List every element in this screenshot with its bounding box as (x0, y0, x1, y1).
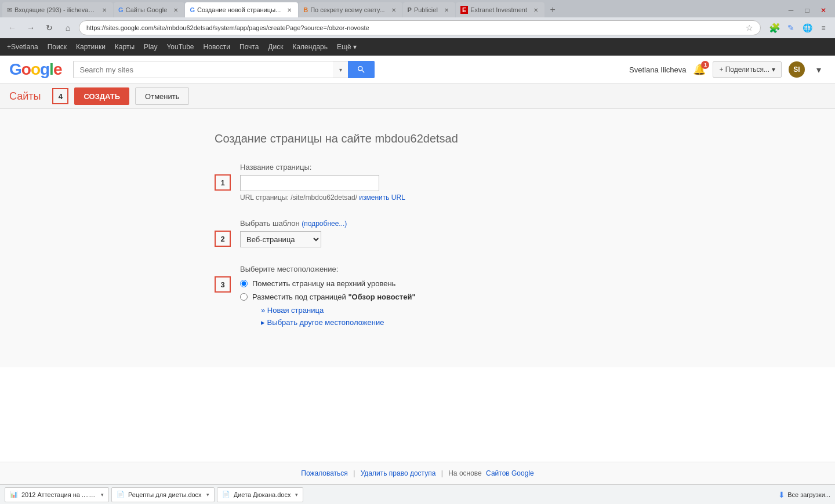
home-button[interactable]: ⌂ (60, 20, 75, 35)
chrome-menu-button[interactable]: ✎ (784, 21, 798, 35)
google-logo[interactable]: Google (9, 60, 61, 79)
form-title: Создание страницы на сайте mbdou62detsad (215, 132, 620, 145)
download-item-2[interactable]: 📄 Рецепты для диеты.docx ▾ (111, 487, 215, 502)
download-chevron-1[interactable]: ▾ (101, 492, 104, 498)
notification-button[interactable]: 🔔 1 (693, 63, 706, 76)
nav-drive[interactable]: Диск (268, 43, 283, 51)
download-item-1[interactable]: 📊 2012 Аттестация на ....xlsx ▾ (5, 487, 109, 502)
address-text: https://sites.google.com/site/mbdou62det… (86, 24, 743, 31)
new-page-link[interactable]: » Новая страница (261, 306, 620, 315)
page-form: Создание страницы на сайте mbdou62detsad… (215, 132, 620, 344)
nav-calendar[interactable]: Календарь (292, 43, 328, 51)
tab-create-page[interactable]: G Создание новой страницы... ✕ (185, 2, 298, 17)
template-select[interactable]: Веб-страница Объявления Файлы Список (240, 231, 321, 247)
reload-button[interactable]: ↻ (42, 20, 57, 35)
extensions-button[interactable]: 🧩 (768, 21, 782, 35)
complaint-link[interactable]: Пожаловаться (301, 469, 348, 477)
page-name-label: Название страницы: (240, 163, 620, 171)
tab-blog[interactable]: B По секрету всему свету... ✕ (299, 2, 402, 17)
share-chevron: ▾ (772, 65, 775, 74)
download-chevron-3[interactable]: ▾ (295, 492, 298, 498)
header-more-button[interactable]: ▾ (812, 63, 826, 76)
tab-close-icon[interactable]: ✕ (285, 6, 293, 14)
create-button[interactable]: СОЗДАТЬ (74, 87, 129, 105)
choose-location-link[interactable]: ▸ Выбрать другое местоположение (261, 318, 620, 327)
share-button[interactable]: + Поделиться... ▾ (713, 61, 782, 78)
sites-toolbar: Сайты 4 СОЗДАТЬ Отменить (0, 84, 835, 109)
tab-label: Publiciel (414, 6, 438, 13)
docx-icon-2: 📄 (222, 491, 230, 499)
download-arrow-icon: ⬇ (778, 490, 785, 499)
nav-user[interactable]: +Svetlana (7, 43, 38, 51)
form-row-name: 1 Название страницы: URL страницы: /site… (215, 163, 620, 202)
location-option-under[interactable]: Разместить под страницей "Обзор новостей… (240, 293, 620, 301)
close-window-button[interactable]: ✕ (816, 3, 830, 17)
page-name-input[interactable] (240, 175, 379, 191)
template-more-link[interactable]: (подробнее...) (302, 220, 347, 228)
cancel-button[interactable]: Отменить (135, 87, 189, 105)
minimize-button[interactable]: ─ (784, 3, 798, 17)
back-button[interactable]: ← (5, 20, 20, 35)
form-row-template: 2 Выбрать шаблон (подробнее...) Веб-стра… (215, 219, 620, 247)
new-tab-button[interactable]: + (545, 2, 560, 17)
location-label: Выберите местоположение: (240, 265, 620, 273)
template-label: Выбрать шаблон (подробнее...) (240, 219, 620, 228)
all-downloads-link[interactable]: ⬇ Все загрузки... (778, 490, 830, 499)
location-page-name: "Обзор новостей" (348, 293, 415, 301)
nav-mail[interactable]: Почта (239, 43, 259, 51)
url-line: URL страницы: /site/mbdou62detsad/ измен… (240, 193, 620, 202)
user-profile-button[interactable]: 🌐 (800, 21, 814, 35)
nav-news[interactable]: Новости (204, 43, 230, 51)
maximize-button[interactable]: □ (800, 3, 814, 17)
all-downloads-label: Все загрузки... (787, 491, 830, 498)
forward-button[interactable]: → (23, 20, 38, 35)
nav-maps[interactable]: Карты (115, 43, 135, 51)
download-label-1: 2012 Аттестация на ....xlsx (21, 491, 96, 498)
tab-label: Создание новой страницы... (197, 6, 281, 13)
nav-more[interactable]: Ещё ▾ (337, 43, 357, 51)
tab-gmail[interactable]: ✉ Входящие (293) - ilicheva6... ✕ (2, 2, 113, 17)
nav-play[interactable]: Play (144, 43, 157, 51)
access-link[interactable]: Удалить право доступа (361, 469, 436, 477)
bookmark-icon[interactable]: ☆ (746, 23, 753, 32)
location-option-top[interactable]: Поместить страницу на верхний уровень (240, 279, 620, 288)
tab-label: Extranet Investment (470, 6, 527, 13)
tab-close-icon[interactable]: ✕ (442, 6, 451, 14)
tab-close-icon[interactable]: ✕ (532, 6, 540, 14)
excel-icon: 📊 (10, 491, 18, 499)
page-footer: Пожаловаться | Удалить право доступа | Н… (0, 462, 835, 484)
template-label-text: Выбрать шаблон (240, 219, 300, 228)
tab-label: Входящие (293) - ilicheva6... (14, 6, 96, 13)
avatar[interactable]: SI (789, 61, 805, 78)
sites-google-link[interactable]: Сайтов Google (486, 469, 534, 477)
download-item-3[interactable]: 📄 Диета Дюкана.docx ▾ (217, 487, 304, 502)
tab-close-icon[interactable]: ✕ (390, 6, 398, 14)
tab-close-icon[interactable]: ✕ (100, 6, 108, 14)
search-dropdown-button[interactable]: ▾ (333, 61, 348, 78)
search-input[interactable] (73, 61, 333, 78)
url-prefix: URL страницы: /site/mbdou62detsad/ (240, 193, 357, 202)
tab-favicon: E (460, 6, 468, 14)
nav-images[interactable]: Картинки (76, 43, 106, 51)
tab-publiciel[interactable]: P Publiciel ✕ (403, 2, 455, 17)
header-right: Svetlana Ilicheva 🔔 1 + Поделиться... ▾ … (629, 61, 826, 78)
more-button[interactable]: ≡ (816, 21, 830, 35)
tab-extranet[interactable]: E Extranet Investment ✕ (456, 2, 544, 17)
download-label-2: Рецепты для диеты.docx (128, 491, 202, 498)
tab-favicon: B (303, 6, 308, 13)
search-button[interactable] (348, 61, 375, 78)
form-template-inner: Выбрать шаблон (подробнее...) Веб-страни… (240, 219, 620, 247)
tab-close-icon[interactable]: ✕ (172, 6, 180, 14)
browser-controls: ← → ↻ ⌂ https://sites.google.com/site/mb… (0, 17, 835, 38)
location-radio-under[interactable] (240, 293, 248, 301)
sites-title[interactable]: Сайты (9, 90, 41, 103)
download-chevron-2[interactable]: ▾ (206, 492, 209, 498)
address-bar[interactable]: https://sites.google.com/site/mbdou62det… (79, 20, 761, 35)
tab-google-sites[interactable]: G Сайты Google ✕ (114, 2, 184, 17)
location-radio-top[interactable] (240, 280, 248, 287)
nav-youtube[interactable]: YouTube (166, 43, 194, 51)
change-url-link[interactable]: изменить URL (359, 193, 405, 202)
download-label-3: Диета Дюкана.docx (234, 491, 291, 498)
nav-search[interactable]: Поиск (48, 43, 67, 51)
tab-favicon: P (408, 6, 412, 13)
